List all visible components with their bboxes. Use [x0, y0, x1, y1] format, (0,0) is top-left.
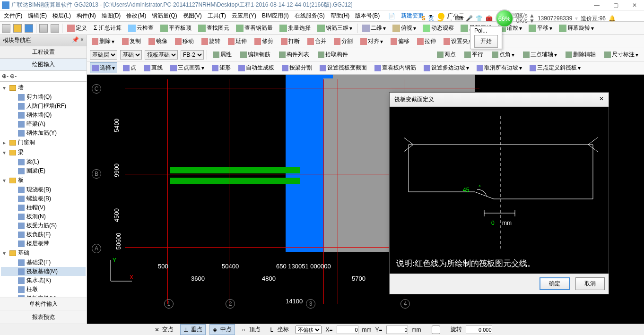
- menu-view[interactable]: 视图(V): [181, 11, 204, 21]
- menu-bim[interactable]: BIM应用(I): [260, 11, 291, 21]
- point-button[interactable]: 点: [121, 63, 138, 73]
- menu-draw[interactable]: 绘图(D): [100, 11, 123, 21]
- auto-slab-button[interactable]: 自动生成板: [236, 63, 276, 73]
- offset-select[interactable]: 不偏移: [296, 326, 322, 334]
- tree-slab-neg[interactable]: 板负筋(F): [1, 230, 86, 239]
- menu-online[interactable]: 在线服务(S): [293, 11, 327, 21]
- menu-help[interactable]: 帮助(H): [329, 11, 352, 21]
- x-input[interactable]: [337, 326, 358, 334]
- top-view-button[interactable]: 俯视▾: [391, 23, 418, 33]
- tree-slab-hole[interactable]: 板洞(N): [1, 212, 86, 221]
- tree-sump[interactable]: 集水坑(K): [1, 276, 86, 285]
- start-button[interactable]: 开始: [474, 35, 498, 48]
- three-point-aux-button[interactable]: 三点辅轴▾: [520, 50, 560, 60]
- floor-select[interactable]: 基础层: [90, 50, 117, 60]
- mirror-button[interactable]: 镜像: [147, 36, 169, 46]
- menu-member[interactable]: 构件(N): [75, 11, 98, 21]
- tree-slab-rebar[interactable]: 板受力筋(S): [1, 221, 86, 230]
- single-input-button[interactable]: 单构件输入: [0, 297, 87, 310]
- point-angle-button[interactable]: 点角▾: [489, 50, 517, 60]
- close-button[interactable]: ✕: [625, 2, 644, 9]
- tree-found[interactable]: 基础: [1, 248, 86, 258]
- edit-rebar-button[interactable]: 编辑钢筋: [237, 50, 273, 60]
- split-by-beam-button[interactable]: 按梁分割: [280, 63, 314, 73]
- tree-slab[interactable]: 板: [1, 175, 86, 185]
- pick-member-button[interactable]: 拾取构件: [315, 50, 351, 60]
- tree-shearwall[interactable]: 剪力墙(Q): [1, 93, 86, 102]
- open-icon[interactable]: [13, 24, 22, 33]
- cloud-check-button[interactable]: 云检查: [126, 23, 156, 33]
- tree-masonry[interactable]: 砌体墙(Q): [1, 111, 86, 120]
- ok-button[interactable]: 确定: [540, 277, 570, 290]
- view-slab-rebar-button[interactable]: 查看板内钢筋: [373, 63, 418, 73]
- tree-found-beam[interactable]: 基础梁(F): [1, 258, 86, 267]
- break-button[interactable]: 打断: [279, 36, 302, 46]
- rect-button[interactable]: 矩形: [210, 63, 233, 73]
- trim-button[interactable]: 修剪: [252, 36, 275, 46]
- align-button[interactable]: 对齐▾: [358, 36, 385, 46]
- find-button[interactable]: 查找图元: [196, 23, 231, 33]
- menu-tool[interactable]: 工具(T): [206, 11, 228, 21]
- three-point-raft-button[interactable]: 三点定义斜筏板▾: [528, 63, 583, 73]
- delete-button[interactable]: 删除▾: [90, 36, 116, 46]
- tree-beam[interactable]: 梁: [1, 147, 86, 157]
- snap-perp[interactable]: ⊥垂点: [180, 324, 206, 335]
- offset-button[interactable]: 偏移: [389, 36, 411, 46]
- y-input[interactable]: [386, 326, 408, 334]
- rebar-qty-button[interactable]: 查看钢筋量: [234, 23, 275, 33]
- menu-file[interactable]: 文件(F): [2, 11, 24, 21]
- tree-ring-beam[interactable]: 圈梁(E): [1, 166, 86, 175]
- rotate-input[interactable]: [466, 326, 492, 334]
- tree-masonry-rebar[interactable]: 砌体加筋(Y): [1, 129, 86, 137]
- set-slope-button[interactable]: 设置多边边坡▾: [422, 63, 471, 73]
- tree-col-cap[interactable]: 柱帽(V): [1, 203, 86, 212]
- tree-door[interactable]: 门窗洞: [1, 137, 86, 147]
- split-button[interactable]: 分割: [332, 36, 355, 46]
- menu-floor[interactable]: 楼层(L): [51, 11, 73, 21]
- property-button[interactable]: 属性: [210, 50, 235, 60]
- copy-button[interactable]: 复制: [120, 36, 143, 46]
- type-select[interactable]: 筏板基础: [145, 50, 178, 60]
- new-icon[interactable]: [2, 24, 10, 33]
- select-button[interactable]: 选择▾: [90, 62, 117, 73]
- save-icon[interactable]: [25, 24, 33, 33]
- cancel-button[interactable]: 取消: [575, 277, 605, 290]
- sum-button[interactable]: Σ 汇总计算: [92, 23, 123, 33]
- two-point-button[interactable]: 两点: [434, 50, 459, 60]
- member-select[interactable]: FB-2: [181, 50, 204, 60]
- snap-vertex[interactable]: ○顶点: [239, 325, 263, 335]
- tree-wall[interactable]: 墙: [1, 83, 86, 93]
- menu-modify[interactable]: 修改(M): [124, 11, 148, 21]
- proj-setting-tab[interactable]: 工程设置: [0, 46, 87, 59]
- flat-button[interactable]: 平齐板顶: [158, 23, 193, 33]
- snap-mid[interactable]: ◈中点: [209, 324, 235, 335]
- move-button[interactable]: 移动: [173, 36, 196, 46]
- arc-button[interactable]: 三点画弧▾: [168, 63, 206, 73]
- menu-edit[interactable]: 编辑(E): [26, 11, 49, 21]
- member-list-button[interactable]: 构件列表: [276, 50, 312, 60]
- rotate-check[interactable]: [425, 326, 447, 334]
- snap-coord[interactable]: L坐标: [267, 325, 292, 335]
- report-button[interactable]: 报表预览: [0, 310, 87, 324]
- menu-rebar[interactable]: 钢筋量(Q): [150, 11, 179, 21]
- rebar-3d-button[interactable]: 钢筋三维▾: [315, 23, 354, 33]
- raft-section-button[interactable]: 设置筏板变截面: [318, 63, 369, 73]
- tree-pier[interactable]: 柱墩: [1, 285, 86, 294]
- parallel-button[interactable]: 平行: [461, 50, 486, 60]
- define-button[interactable]: 定义: [65, 23, 89, 33]
- menu-cloud[interactable]: 云应用(Y): [230, 11, 258, 21]
- dialog-close-icon[interactable]: ✕: [599, 95, 604, 103]
- draw-input-tab[interactable]: 绘图输入: [0, 59, 87, 71]
- cancel-slope-button[interactable]: 取消所有边坡▾: [475, 63, 524, 73]
- tree-beam-l[interactable]: 梁(L): [1, 157, 86, 166]
- bell-icon[interactable]: 🔔: [609, 15, 616, 22]
- tree-floor-strip[interactable]: 楼层板带: [1, 239, 86, 248]
- 2d-button[interactable]: 二维▾: [360, 23, 388, 33]
- minimize-button[interactable]: —: [587, 2, 606, 9]
- rotate-edit-button[interactable]: 旋转: [200, 36, 222, 46]
- line-button[interactable]: 直线: [142, 63, 165, 73]
- tree-spiral-slab[interactable]: 螺旋板(B): [1, 194, 86, 203]
- extend-button[interactable]: 延伸: [226, 36, 249, 46]
- batch-select-button[interactable]: 批量选择: [278, 23, 313, 33]
- delete-aux-button[interactable]: 删除辅轴: [563, 50, 599, 60]
